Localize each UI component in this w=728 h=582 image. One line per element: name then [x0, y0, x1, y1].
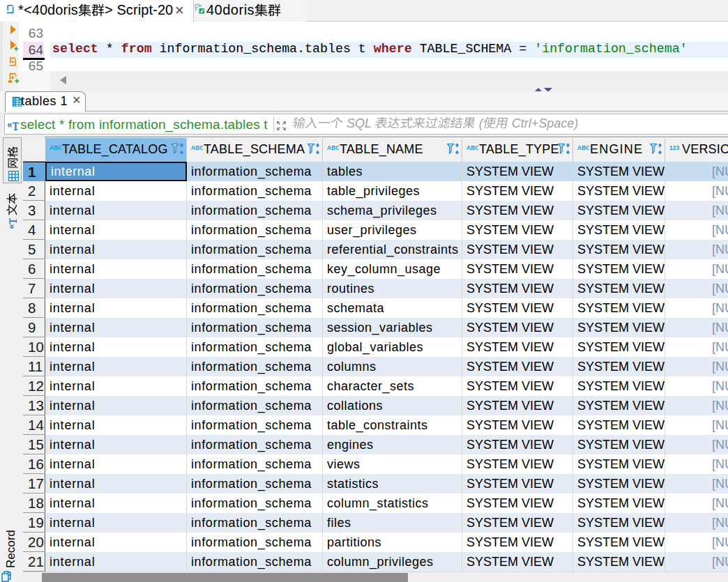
svg-text:ABC: ABC	[50, 144, 61, 151]
svg-text:123: 123	[669, 144, 679, 151]
svg-text:ABC: ABC	[327, 144, 339, 151]
svg-text:ABC: ABC	[191, 144, 203, 151]
svg-text:ABC: ABC	[577, 144, 589, 151]
svg-text:ABC: ABC	[467, 144, 478, 151]
